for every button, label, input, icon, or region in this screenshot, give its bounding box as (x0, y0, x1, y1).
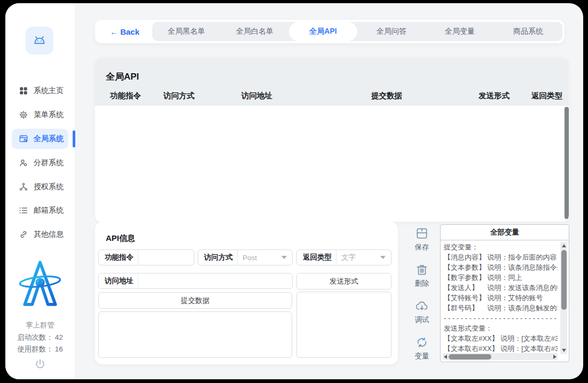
sidebar: 系统主页 菜单系统 全局系统 (5, 3, 75, 379)
debug-cloud-icon (415, 299, 429, 313)
action-label: 保存 (415, 243, 429, 252)
save-button[interactable]: 保存 (415, 226, 429, 252)
sidebar-item-label: 菜单系统 (34, 110, 64, 120)
url-field: 访问地址 (98, 273, 293, 289)
return-type-value: 文字 (336, 253, 380, 262)
action-column: 保存 删除 调试 (405, 226, 439, 361)
tab-global-whitelist[interactable]: 全局白名单 (221, 22, 289, 41)
delete-icon (415, 263, 429, 277)
method-label: 访问方式 (198, 250, 238, 265)
col-post-data: 提交数据 (371, 91, 402, 101)
send-form-box (296, 292, 391, 358)
save-icon (415, 226, 429, 240)
vars-vscroll-thumb[interactable] (561, 250, 567, 310)
list-icon (19, 206, 28, 215)
post-data-header: 提交数据 (98, 292, 292, 309)
tab-global-api[interactable]: 全局API (289, 22, 357, 41)
chevron-down-icon (281, 256, 287, 259)
post-data-box (98, 311, 292, 358)
sidebar-item-auth[interactable]: 授权系统 (12, 177, 68, 197)
scroll-up-arrow-icon[interactable] (562, 244, 566, 247)
api-table-panel: 全局API 功能指令 访问方式 访问地址 提交数据 发送形式 返回类型 (95, 58, 569, 222)
scroll-right-arrow-icon[interactable] (553, 355, 556, 359)
variables-panel-title: 全部变量 (441, 225, 569, 240)
command-label: 功能指令 (99, 250, 138, 265)
tab-bar: ← Back 全局黑名单 全局白名单 全局API 全局问答 全局变量 商品系统 (95, 20, 565, 43)
global-window-icon (19, 134, 28, 144)
delete-button[interactable]: 删除 (415, 263, 429, 288)
send-form-header: 发送形式 (296, 273, 391, 290)
power-icon (34, 358, 46, 371)
api-info-title: API信息 (106, 233, 135, 244)
sidebar-item-label: 其他信息 (34, 230, 64, 239)
sidebar-item-groups[interactable]: 分群系统 (12, 153, 68, 173)
power-button[interactable] (34, 358, 46, 371)
gear-icon (19, 110, 28, 120)
app-name: 掌上群管 (5, 321, 75, 330)
group-count: 使用群数：16 (5, 345, 75, 354)
variables-panel-body: 提交变量： 【消息内容】 说明：指令后面的内容 【文本参数】 说明：该条消息除指… (441, 240, 569, 362)
return-type-dropdown[interactable]: 返回类型 文字 (296, 249, 391, 265)
col-url: 访问地址 (241, 91, 272, 101)
url-input[interactable] (138, 273, 292, 288)
command-input[interactable] (138, 250, 194, 265)
tab-global-qa[interactable]: 全局问答 (357, 22, 426, 41)
method-dropdown[interactable]: 访问方式 Post (198, 249, 293, 265)
scroll-down-arrow-icon[interactable] (562, 349, 566, 352)
col-return: 返回类型 (531, 91, 562, 101)
launch-count: 启动次数：42 (5, 333, 75, 342)
vars-vertical-scrollbar[interactable] (560, 242, 567, 354)
vars-hscroll-thumb[interactable] (449, 354, 491, 359)
robot-logo-badge (26, 27, 53, 54)
col-command: 功能指令 (110, 91, 141, 101)
sidebar-item-other[interactable]: 其他信息 (12, 224, 68, 245)
sidebar-item-mail[interactable]: 邮箱系统 (12, 200, 68, 221)
debug-button[interactable]: 调试 (415, 299, 429, 325)
action-label: 调试 (415, 315, 429, 325)
chevron-down-icon (380, 256, 386, 259)
col-method: 访问方式 (163, 91, 194, 101)
back-button[interactable]: ← Back (97, 22, 152, 41)
tab-global-vars[interactable]: 全局变量 (426, 22, 494, 41)
tab-product-system[interactable]: 商品系统 (494, 22, 562, 41)
tab-global-blacklist[interactable]: 全局黑名单 (152, 22, 221, 41)
col-send-form: 发送形式 (479, 91, 509, 101)
scroll-left-arrow-icon[interactable] (444, 355, 447, 359)
app-window: 系统主页 菜单系统 全局系统 (5, 3, 583, 379)
send-form-textarea[interactable] (297, 292, 391, 357)
url-label: 访问地址 (99, 273, 138, 288)
sidebar-item-global[interactable]: 全局系统 (12, 129, 68, 149)
sidebar-item-menu[interactable]: 菜单系统 (12, 105, 68, 125)
variables-sync-icon (415, 335, 429, 349)
vars-horizontal-scrollbar[interactable] (443, 353, 558, 360)
sidebar-item-label: 授权系统 (34, 182, 64, 192)
link-icon (19, 230, 28, 239)
sidebar-item-label: 分群系统 (34, 158, 64, 168)
action-label: 变量 (415, 351, 429, 361)
android-robot-icon (32, 33, 48, 49)
user-group-icon (19, 158, 28, 168)
api-info-panel: API信息 功能指令 访问方式 Post 返回类型 文字 访问地址 发送形式 提… (95, 222, 398, 364)
sidebar-item-label: 邮箱系统 (34, 206, 64, 215)
tab-strip: 全局黑名单 全局白名单 全局API 全局问答 全局变量 商品系统 (152, 22, 562, 41)
app-logo (18, 259, 62, 311)
action-label: 删除 (415, 279, 429, 288)
command-field: 功能指令 (98, 249, 194, 265)
table-header: 全局API 功能指令 访问方式 访问地址 提交数据 发送形式 返回类型 (95, 58, 569, 106)
return-type-label: 返回类型 (297, 250, 336, 265)
sidebar-item-label: 全局系统 (34, 134, 64, 144)
method-value: Post (238, 254, 281, 262)
table-body (95, 106, 569, 222)
variables-button[interactable]: 变量 (415, 335, 429, 361)
active-item-indicator (73, 130, 75, 147)
sidebar-item-label: 系统主页 (34, 86, 64, 96)
variables-text: 提交变量： 【消息内容】 说明：指令后面的内容 【文本参数】 说明：该条消息除指… (444, 242, 558, 353)
grid-icon (19, 86, 28, 96)
variables-panel: 全部变量 提交变量： 【消息内容】 说明：指令后面的内容 【文本参数】 说明：该… (440, 224, 569, 362)
post-data-textarea[interactable] (99, 312, 292, 357)
table-scrollbar-thumb[interactable] (565, 107, 569, 219)
share-nodes-icon (19, 182, 28, 192)
table-title: 全局API (106, 71, 139, 83)
sidebar-item-home[interactable]: 系统主页 (12, 81, 68, 101)
